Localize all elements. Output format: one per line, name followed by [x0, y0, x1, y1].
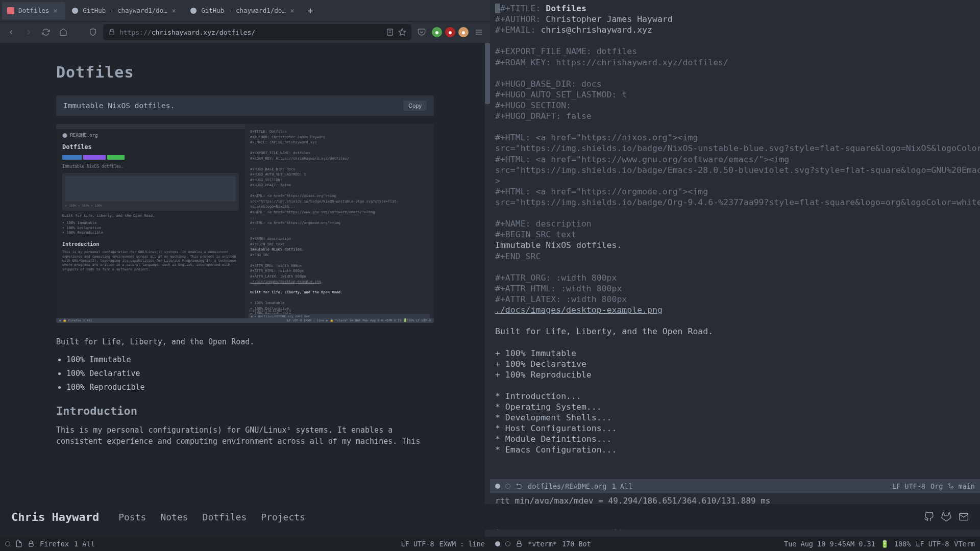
browser-toolbar: https://chrishayward.xyz/dotfiles/ ● ● ●: [0, 21, 490, 43]
tab-label: Dotfiles: [18, 7, 49, 14]
bookmark-star-icon[interactable]: [398, 28, 406, 36]
pocket-icon[interactable]: [414, 25, 429, 39]
extension-badge[interactable]: ●: [432, 27, 442, 37]
file-icon: [15, 540, 22, 547]
modeline-vterm: *vterm* 170 Bot Tue Aug 10 9:45AM 0.31 🔋…: [490, 537, 980, 551]
modeline-org: ⮌ dotfiles/README.org 1 All LF UTF-8 Org…: [490, 479, 980, 493]
list-item: 100% Reproducible: [66, 381, 434, 394]
modeline-firefox: Firefox 1 All LF UTF-8 EXWM : line: [0, 537, 490, 551]
close-tab-icon[interactable]: ×: [172, 7, 179, 15]
copy-button[interactable]: Copy: [403, 101, 427, 111]
forward-button[interactable]: [21, 25, 36, 39]
clock: Tue Aug 10 9:45AM 0.31: [784, 540, 875, 548]
url-bar[interactable]: https://chrishayward.xyz/dotfiles/: [103, 24, 411, 40]
intro-paragraph: This is my personal configuration(s) for…: [56, 424, 434, 447]
browser-tab-strip: Dotfiles × GitHub - chayward1/dotf × Git…: [0, 0, 490, 21]
extension-badge[interactable]: ●: [445, 27, 455, 37]
svg-rect-15: [517, 543, 521, 546]
svg-point-14: [952, 487, 953, 488]
screenshot-image: ⬤ README.org Dotfiles Immutable NixOS do…: [56, 124, 434, 323]
tagline: Built for Life, Liberty, and the Open Ro…: [56, 336, 434, 348]
battery: 100%: [894, 540, 911, 548]
url-text: https://chrishayward.xyz/dotfiles/: [119, 29, 382, 36]
battery-icon: 🔋: [880, 540, 889, 548]
svg-point-13: [949, 484, 950, 485]
mail-icon[interactable]: [959, 512, 969, 522]
site-navigation: Chris Hayward Posts Notes Dotfiles Proje…: [0, 504, 980, 530]
svg-point-1: [72, 7, 78, 13]
tab-label: GitHub - chayward1/dotf: [201, 7, 286, 14]
scrollbar[interactable]: [485, 43, 490, 537]
menu-button[interactable]: [472, 25, 486, 39]
shield-icon[interactable]: [86, 25, 100, 39]
close-tab-icon[interactable]: ×: [290, 7, 297, 15]
encoding: LF UTF-8: [401, 540, 434, 548]
nav-link-notes[interactable]: Notes: [160, 512, 188, 522]
major-mode: EXWM : line: [439, 540, 485, 548]
buffer-name: dotfiles/README.org: [528, 482, 606, 490]
nav-link-projects[interactable]: Projects: [261, 512, 305, 522]
browser-tab[interactable]: GitHub - chayward1/dotf ×: [66, 2, 184, 19]
code-block: Immutable NixOS dotfiles. Copy: [56, 95, 434, 116]
svg-point-2: [190, 7, 197, 13]
code-text: Immutable NixOS dotfiles.: [63, 102, 175, 110]
favicon-icon: [7, 7, 14, 14]
lock-icon: [28, 540, 35, 547]
tab-label: GitHub - chayward1/dotf: [83, 7, 167, 14]
git-branch: main: [948, 482, 975, 490]
position: 1 All: [74, 540, 95, 548]
lock-icon: [108, 29, 115, 36]
github-icon: [71, 7, 79, 14]
nav-link-dotfiles[interactable]: Dotfiles: [203, 512, 247, 522]
new-tab-button[interactable]: +: [303, 4, 317, 18]
site-brand[interactable]: Chris Hayward: [11, 511, 99, 523]
modified-indicator-icon: [495, 484, 500, 489]
encoding: LF UTF-8: [892, 482, 925, 490]
section-heading: Introduction: [56, 405, 434, 417]
position: 170 Bot: [562, 540, 591, 548]
page-title: Dotfiles: [56, 63, 434, 81]
browser-tab-active[interactable]: Dotfiles ×: [2, 2, 65, 19]
dot-icon: [505, 484, 510, 489]
back-icon: ⮌: [516, 482, 523, 490]
reader-icon[interactable]: [386, 28, 394, 36]
extension-badge[interactable]: ●: [458, 27, 469, 37]
svg-rect-12: [29, 543, 33, 546]
encoding: LF UTF-8: [916, 540, 949, 548]
major-mode: Org: [930, 482, 943, 490]
gitlab-icon[interactable]: [941, 512, 951, 522]
nav-link-posts[interactable]: Posts: [118, 512, 146, 522]
position: 1 All: [611, 482, 632, 490]
dot-icon: [505, 541, 510, 546]
svg-rect-0: [7, 7, 14, 14]
svg-rect-3: [110, 32, 114, 35]
browser-tab[interactable]: GitHub - chayward1/dotf ×: [185, 2, 302, 19]
list-item: 100% Declarative: [66, 367, 434, 381]
back-button[interactable]: [4, 25, 18, 39]
feature-list: 100% Immutable 100% Declarative 100% Rep…: [66, 353, 434, 394]
home-button[interactable]: [56, 25, 70, 39]
github-icon[interactable]: [924, 512, 934, 522]
list-item: 100% Immutable: [66, 353, 434, 367]
org-buffer[interactable]: #+TITLE: Dotfiles #+AUTHOR: Christopher …: [490, 0, 980, 479]
modified-indicator-icon: [5, 541, 10, 546]
modified-indicator-icon: [495, 541, 500, 546]
svg-marker-7: [399, 29, 405, 35]
lock-icon: [516, 540, 523, 547]
reload-button[interactable]: [39, 25, 53, 39]
close-tab-icon[interactable]: ×: [53, 7, 60, 15]
github-icon: [190, 7, 197, 14]
buffer-name: *vterm*: [528, 540, 557, 548]
major-mode: VTerm: [954, 540, 975, 548]
page-content: Dotfiles Immutable NixOS dotfiles. Copy …: [0, 43, 490, 537]
buffer-name: Firefox: [40, 540, 69, 548]
svg-rect-11: [960, 513, 968, 520]
